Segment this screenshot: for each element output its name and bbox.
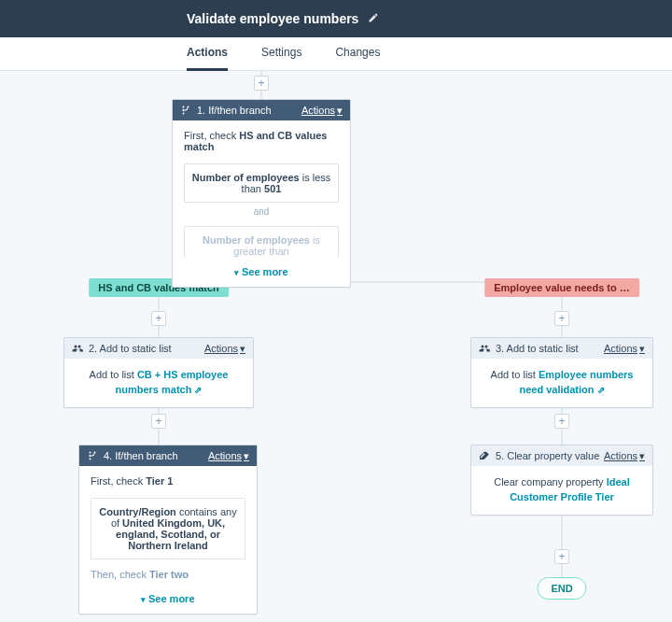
card-actions-menu[interactable]: Actions ▾: [604, 343, 645, 355]
card-actions-menu[interactable]: Actions ▾: [204, 343, 245, 355]
card-body: Add to list Employee numbers need valida…: [471, 359, 652, 407]
and-label: and: [173, 203, 350, 220]
branch-label-needs[interactable]: Employee value needs to …: [484, 278, 639, 297]
card-header: 3. Add to static list Actions ▾: [471, 338, 652, 359]
add-node-button[interactable]: +: [254, 76, 269, 91]
card-body: Add to list CB + HS employee numbers mat…: [64, 359, 253, 407]
people-icon: [72, 343, 83, 354]
card-actions-menu[interactable]: Actions ▾: [301, 105, 343, 117]
external-link-icon[interactable]: ⇗: [597, 385, 605, 395]
condition-box: Country/Region contains any of United Ki…: [91, 498, 245, 559]
card-actions-menu[interactable]: Actions ▾: [208, 450, 249, 462]
card-title: 3. Add to static list: [496, 343, 579, 354]
node-if-then-4[interactable]: 4. If/then branch Actions ▾ First, check…: [78, 445, 258, 615]
chevron-down-icon: ▾: [639, 450, 645, 462]
check-line: First, check HS and CB values match: [173, 120, 350, 158]
tab-bar: Actions Settings Changes: [0, 37, 672, 71]
branch-icon: [180, 105, 191, 116]
add-node-button[interactable]: +: [554, 311, 569, 326]
then-line: Then, check Tier two: [79, 559, 257, 586]
card-title: 1. If/then branch: [197, 105, 272, 116]
card-header: 5. Clear property value Actions ▾: [471, 445, 652, 466]
tab-settings[interactable]: Settings: [261, 37, 301, 71]
node-if-then-1[interactable]: 1. If/then branch Actions ▾ First, check…: [172, 99, 351, 288]
check-line: First, check Tier 1: [79, 466, 257, 492]
node-add-list-2[interactable]: 2. Add to static list Actions ▾ Add to l…: [63, 337, 254, 408]
condition-box: Number of employees is less than 501: [184, 163, 339, 203]
node-clear-property-5[interactable]: 5. Clear property value Actions ▾ Clear …: [470, 445, 653, 516]
add-node-button[interactable]: +: [151, 414, 166, 429]
top-bar: Validate employee numbers: [0, 0, 672, 37]
add-node-button[interactable]: +: [554, 549, 569, 564]
chevron-down-icon: ▾: [240, 343, 245, 355]
card-title: 4. If/then branch: [104, 450, 178, 461]
card-title: 5. Clear property value: [496, 450, 599, 461]
end-node: END: [537, 577, 586, 600]
branch-icon: [87, 450, 98, 461]
workflow-canvas: + + + + + + HS and CB values match Emplo…: [0, 71, 672, 622]
workflow-title: Validate employee numbers: [187, 11, 358, 26]
card-header: 4. If/then branch Actions ▾: [79, 445, 257, 466]
see-more-link[interactable]: See more: [173, 259, 350, 287]
add-node-button[interactable]: +: [151, 311, 166, 326]
chevron-down-icon: ▾: [639, 343, 645, 355]
condition-box-faded: Number of employees is greater than: [184, 226, 339, 259]
card-body: Clear company property Ideal Customer Pr…: [471, 466, 652, 515]
card-actions-menu[interactable]: Actions ▾: [604, 450, 645, 462]
people-icon: [479, 343, 490, 354]
tab-actions[interactable]: Actions: [187, 37, 228, 71]
card-title: 2. Add to static list: [89, 343, 172, 354]
card-header: 2. Add to static list Actions ▾: [64, 338, 253, 359]
pencil-icon[interactable]: [368, 12, 379, 26]
node-add-list-3[interactable]: 3. Add to static list Actions ▾ Add to l…: [470, 337, 653, 408]
card-header: 1. If/then branch Actions ▾: [173, 100, 350, 120]
chevron-down-icon: ▾: [337, 105, 343, 117]
external-link-icon[interactable]: ⇗: [194, 385, 202, 395]
chevron-down-icon: ▾: [244, 450, 249, 462]
add-node-button[interactable]: +: [554, 414, 569, 429]
tab-changes[interactable]: Changes: [335, 37, 380, 71]
see-more-link[interactable]: See more: [79, 586, 257, 614]
eraser-icon: [479, 450, 490, 461]
